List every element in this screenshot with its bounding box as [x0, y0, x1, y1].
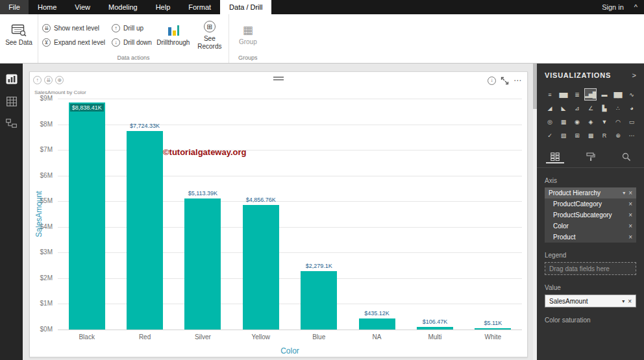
x-category-na: NA: [348, 333, 406, 341]
tab-home[interactable]: Home: [29, 0, 66, 14]
legend-section-label: Legend: [545, 252, 636, 259]
bar-red[interactable]: [127, 131, 163, 330]
viz-icon-line-clustered-column-chart[interactable]: ∠: [584, 102, 597, 114]
tab-format[interactable]: Format: [179, 0, 220, 14]
viz-icon-arcgis-map[interactable]: ⊕: [612, 129, 624, 141]
see-data-icon: [11, 24, 27, 36]
drill-up-button[interactable]: ↑ Drill up: [112, 24, 152, 32]
bar-silver[interactable]: [184, 198, 221, 330]
see-records-button[interactable]: ⊞ See Records: [195, 21, 225, 50]
chart-visual[interactable]: ↑ ⇊ ⊕ ↓ ⋯ SalesAmount by Color $9M$8M$7M…: [29, 71, 528, 357]
field-color[interactable]: Color×: [545, 221, 636, 232]
bar-blue[interactable]: [301, 271, 337, 330]
field-product[interactable]: Product×: [545, 232, 636, 243]
chevron-down-icon[interactable]: ▾: [623, 190, 625, 196]
viz-icon-scatter-chart[interactable]: ∴: [612, 102, 624, 114]
field-productcategory[interactable]: ProductCategory×: [545, 198, 636, 210]
viz-icon-filled-map[interactable]: ◈: [584, 115, 597, 128]
viz-icon-clustered-bar-chart[interactable]: ≣: [571, 88, 583, 101]
drill-down-button[interactable]: ↓ Drill down: [112, 38, 152, 47]
field-product-hierarchy[interactable]: Product Hierarchy ▾ ×: [545, 187, 636, 198]
expand-next-level-label: Expand next level: [54, 39, 105, 46]
data-label: $5.11K: [484, 320, 502, 326]
viz-icon-100-stacked-bar-chart[interactable]: ▬: [598, 88, 610, 101]
bar-na[interactable]: [359, 318, 395, 330]
file-menu-button[interactable]: File: [0, 0, 29, 14]
bar-slot: $4,856.76K: [232, 99, 290, 330]
bar-white[interactable]: [475, 328, 511, 330]
remove-field-icon[interactable]: ×: [628, 189, 632, 197]
sign-in-button[interactable]: Sign in: [602, 3, 624, 11]
report-view-button[interactable]: [4, 71, 19, 87]
viz-icon-area-chart[interactable]: ◢: [543, 102, 556, 114]
more-options-icon[interactable]: ⋯: [514, 76, 522, 85]
collapse-ribbon-icon[interactable]: ^: [634, 3, 638, 11]
viz-icon-kpi[interactable]: ✓: [543, 129, 556, 141]
viz-icon-slicer[interactable]: ▧: [557, 129, 569, 141]
drillthrough-label: Drillthrough: [156, 39, 190, 47]
field-salesamount[interactable]: SalesAmount ▾ ×: [545, 294, 636, 307]
bar-yellow[interactable]: [243, 205, 279, 330]
tab-data-drill[interactable]: Data / Drill: [220, 0, 271, 14]
tab-format[interactable]: [582, 150, 600, 163]
drillthrough-button[interactable]: Drillthrough: [158, 25, 188, 47]
collapse-pane-icon[interactable]: >: [632, 71, 636, 79]
tab-fields[interactable]: [546, 150, 564, 163]
viz-icon-100-stacked-column-chart[interactable]: ▇▇: [612, 88, 624, 101]
focus-mode-icon[interactable]: [501, 77, 509, 85]
viz-icon-funnel[interactable]: ▼: [598, 115, 610, 128]
group-button[interactable]: ▦ Group: [233, 25, 263, 46]
x-category-multi: Multi: [406, 333, 464, 341]
y-tick-label: $2M: [40, 274, 53, 282]
viz-icon-card[interactable]: ▭: [625, 115, 638, 128]
viz-icon-line-chart[interactable]: ∿: [625, 88, 638, 101]
viz-icon-stacked-bar-chart[interactable]: ≡: [543, 88, 556, 101]
fields-icon: [551, 152, 560, 161]
viz-icon-clustered-column-chart[interactable]: ▂▅█: [584, 88, 597, 101]
show-next-level-button[interactable]: ⇊ Show next level: [42, 24, 105, 32]
tab-view[interactable]: View: [66, 0, 99, 14]
viz-icon-donut-chart[interactable]: ◎: [543, 115, 556, 128]
remove-field-icon[interactable]: ×: [628, 222, 632, 230]
viz-icon-matrix[interactable]: ▩: [584, 129, 597, 141]
expand-next-level-button[interactable]: ⊻ Expand next level: [42, 38, 105, 47]
data-view-button[interactable]: [4, 93, 19, 109]
model-view-button[interactable]: [4, 115, 19, 131]
bar-multi[interactable]: [417, 327, 453, 330]
more-options-grip[interactable]: [273, 77, 284, 80]
remove-field-icon[interactable]: ×: [628, 200, 632, 208]
drill-mode-icon[interactable]: ↓: [488, 77, 496, 85]
see-records-label: See Records: [195, 35, 225, 50]
remove-field-icon[interactable]: ×: [628, 234, 632, 241]
legend-drop-area[interactable]: Drag data fields here: [545, 262, 636, 275]
viz-icon-r-script-visual[interactable]: R: [598, 129, 610, 141]
visual-drill-up-icon[interactable]: ↑: [33, 76, 42, 84]
remove-field-icon[interactable]: ×: [628, 211, 632, 219]
viz-icon-treemap[interactable]: ▦: [557, 115, 569, 128]
viz-icon-table[interactable]: ⊞: [571, 129, 583, 141]
visual-next-level-icon[interactable]: ⇊: [44, 76, 53, 84]
viz-icon-gauge[interactable]: ◠: [612, 115, 624, 128]
viz-icon-stacked-column-chart[interactable]: ▆▆: [557, 88, 569, 101]
viz-icon-more-options[interactable]: ⋯: [625, 129, 638, 141]
viz-icon-waterfall-chart[interactable]: ▙: [598, 102, 610, 114]
field-productsubcategory[interactable]: ProductSubcategory×: [545, 210, 636, 221]
y-tick-label: $8M: [40, 121, 53, 128]
tab-analytics[interactable]: [617, 150, 636, 163]
viz-icon-line-stacked-column-chart[interactable]: ⊿: [571, 102, 583, 114]
viz-icon-stacked-area-chart[interactable]: ◣: [557, 102, 569, 114]
remove-field-icon[interactable]: ×: [628, 298, 632, 305]
chevron-down-icon[interactable]: ▾: [622, 298, 625, 304]
groups-caption: Groups: [233, 54, 263, 63]
tab-help[interactable]: Help: [147, 0, 180, 14]
drillthrough-icon: [167, 25, 180, 36]
group-icon: ▦: [243, 25, 253, 36]
tab-modeling[interactable]: Modeling: [99, 0, 147, 14]
bar-black[interactable]: [69, 102, 105, 330]
expand-next-level-icon: ⊻: [42, 38, 51, 47]
see-data-button[interactable]: See Data: [4, 24, 34, 47]
visual-expand-level-icon[interactable]: ⊕: [55, 76, 64, 84]
viz-icon-map[interactable]: ◉: [571, 115, 583, 128]
titlebar: File HomeViewModelingHelpFormatData / Dr…: [0, 0, 644, 14]
viz-icon-pie-chart[interactable]: ◕: [625, 102, 638, 114]
